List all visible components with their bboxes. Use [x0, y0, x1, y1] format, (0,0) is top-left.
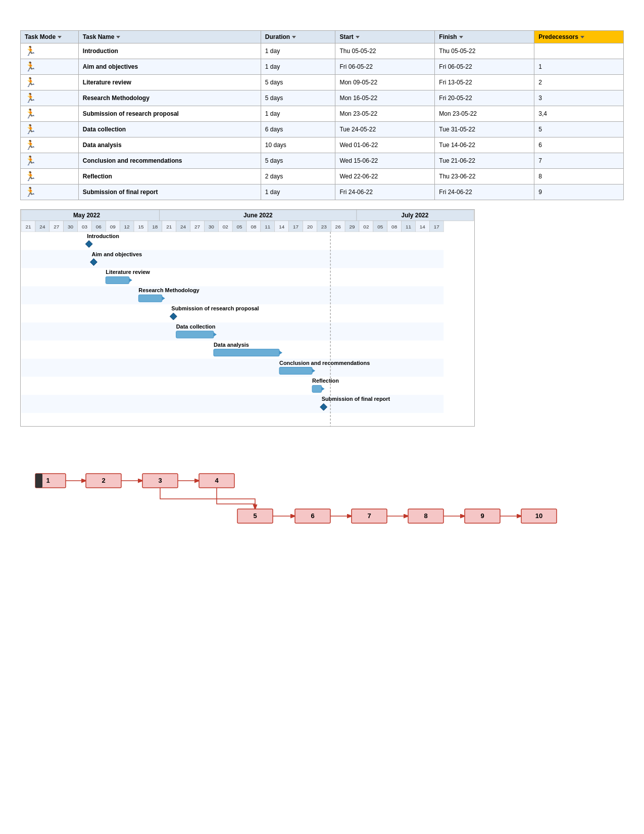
gantt-rows: IntroductionAim and objectivesLiterature…	[21, 232, 443, 413]
svg-text:30: 30	[68, 224, 74, 229]
svg-rect-73	[21, 286, 443, 304]
col-predecessors[interactable]: Predecessors	[534, 31, 624, 43]
svg-text:14: 14	[420, 224, 426, 229]
table-row: 🏃 Submission of research proposal 1 day …	[21, 106, 624, 122]
svg-text:Aim and objectives: Aim and objectives	[91, 251, 142, 257]
task-mode-cell: 🏃	[21, 153, 79, 169]
task-pred-cell: 2	[534, 75, 624, 90]
project-table: Task Mode Task Name Duration Start Finis…	[20, 30, 624, 200]
task-mode-cell: 🏃	[21, 59, 79, 75]
svg-rect-90	[279, 367, 312, 375]
task-start-cell: Mon 09-05-22	[335, 75, 435, 90]
svg-text:12: 12	[124, 224, 130, 229]
task-icon: 🏃	[25, 62, 36, 72]
task-pred-cell: 1	[534, 59, 624, 75]
svg-text:Conclusion and recommendations: Conclusion and recommendations	[279, 360, 370, 366]
task-pred-cell: 3	[534, 90, 624, 106]
task-finish-cell: Fri 06-05-22	[435, 59, 534, 75]
svg-text:6: 6	[311, 512, 314, 520]
task-name-cell: Aim and objectives	[78, 59, 261, 75]
svg-text:26: 26	[335, 224, 341, 229]
col-task-name[interactable]: Task Name	[78, 31, 261, 43]
svg-text:8: 8	[424, 512, 427, 520]
svg-text:17: 17	[434, 224, 440, 229]
task-mode-cell: 🏃	[21, 75, 79, 90]
task-duration-cell: 1 day	[261, 59, 335, 75]
task-pred-cell: 9	[534, 184, 624, 200]
svg-text:1: 1	[46, 477, 49, 484]
task-icon: 🏃	[25, 93, 36, 103]
task-pred-cell: 7	[534, 153, 624, 169]
arrow-3-5	[160, 488, 255, 509]
task-finish-cell: Tue 21-06-22	[435, 153, 534, 169]
task-mode-cell: 🏃	[21, 90, 79, 106]
gantt-chart-section: May 2022 June 2022 July 2022 21242730030…	[20, 209, 624, 428]
task-duration-cell: 5 days	[261, 90, 335, 106]
table-row: 🏃 Data analysis 10 days Wed 01-06-22 Tue…	[21, 137, 624, 153]
svg-text:11: 11	[265, 224, 271, 229]
svg-text:Introduction: Introduction	[87, 233, 119, 239]
task-duration-cell: 6 days	[261, 122, 335, 137]
task-mode-cell: 🏃	[21, 169, 79, 184]
table-section: Task Mode Task Name Duration Start Finis…	[20, 30, 624, 200]
task-pred-cell: 3,4	[534, 106, 624, 122]
task-icon: 🏃	[25, 124, 36, 134]
task-icon: 🏃	[25, 171, 36, 181]
task-duration-cell: 2 days	[261, 169, 335, 184]
col-task-mode[interactable]: Task Mode	[21, 31, 79, 43]
sort-icon	[292, 36, 296, 38]
table-row: 🏃 Conclusion and recommendations 5 days …	[21, 153, 624, 169]
svg-text:14: 14	[279, 224, 285, 229]
svg-text:24: 24	[180, 224, 186, 229]
day-headers: 2124273003060912151821242730020508111417…	[21, 221, 443, 232]
col-finish[interactable]: Finish	[435, 31, 534, 43]
task-mode-cell: 🏃	[21, 43, 79, 59]
svg-rect-94	[312, 385, 322, 392]
task-finish-cell: Thu 23-06-22	[435, 169, 534, 184]
svg-text:Data analysis: Data analysis	[214, 342, 249, 348]
svg-text:10: 10	[535, 512, 542, 520]
svg-rect-69	[21, 268, 443, 286]
task-mode-cell: 🏃	[21, 106, 79, 122]
task-name-cell: Data collection	[78, 122, 261, 137]
table-row: 🏃 Reflection 2 days Wed 22-06-22 Thu 23-…	[21, 169, 624, 184]
task-finish-cell: Tue 31-05-22	[435, 122, 534, 137]
task-start-cell: Thu 05-05-22	[335, 43, 435, 59]
task-start-cell: Wed 01-06-22	[335, 137, 435, 153]
task-start-cell: Fri 06-05-22	[335, 59, 435, 75]
col-duration[interactable]: Duration	[261, 31, 335, 43]
task-finish-cell: Tue 14-06-22	[435, 137, 534, 153]
task-name-cell: Submission of final report	[78, 184, 261, 200]
task-finish-cell: Fri 24-06-22	[435, 184, 534, 200]
may-label: May 2022	[73, 212, 100, 219]
svg-text:27: 27	[54, 224, 60, 229]
task-name-cell: Introduction	[78, 43, 261, 59]
june-label: June 2022	[243, 212, 273, 219]
task-duration-cell: 1 day	[261, 184, 335, 200]
task-icon: 🏃	[25, 109, 36, 119]
svg-text:02: 02	[223, 224, 229, 229]
table-row: 🏃 Aim and objectives 1 day Fri 06-05-22 …	[21, 59, 624, 75]
task-duration-cell: 1 day	[261, 106, 335, 122]
task-name-cell: Research Methodology	[78, 90, 261, 106]
task-icon: 🏃	[25, 187, 36, 197]
svg-text:15: 15	[138, 224, 144, 229]
svg-text:4: 4	[215, 477, 219, 484]
svg-rect-86	[214, 349, 279, 356]
svg-text:Submission of research proposa: Submission of research proposal	[171, 305, 259, 311]
sort-icon	[580, 36, 584, 38]
task-mode-cell: 🏃	[21, 122, 79, 137]
gantt-svg: May 2022 June 2022 July 2022 21242730030…	[20, 209, 475, 427]
task-pred-cell: 6	[534, 137, 624, 153]
task-icon: 🏃	[25, 140, 36, 150]
svg-text:Submission of final report: Submission of final report	[322, 396, 390, 402]
col-start[interactable]: Start	[335, 31, 435, 43]
svg-text:23: 23	[321, 224, 327, 229]
svg-rect-92	[21, 377, 443, 395]
svg-rect-71	[106, 276, 129, 284]
svg-text:21: 21	[25, 224, 31, 229]
svg-text:Research Methodology: Research Methodology	[138, 287, 200, 293]
svg-text:27: 27	[194, 224, 201, 229]
task-finish-cell: Mon 23-05-22	[435, 106, 534, 122]
svg-text:3: 3	[158, 477, 162, 484]
